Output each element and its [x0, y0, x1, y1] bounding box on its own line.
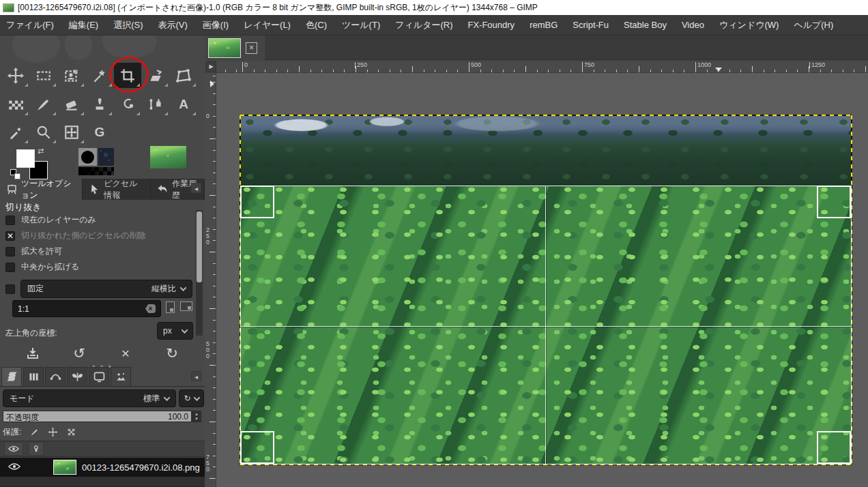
options-scrollbar[interactable] [196, 210, 203, 336]
paintbrush-tool[interactable] [30, 91, 57, 117]
gradient-tool[interactable] [2, 91, 29, 117]
fixed-label: 固定 [27, 283, 44, 295]
layer-visibility-toggle[interactable] [8, 461, 20, 473]
move-tool[interactable] [2, 63, 29, 88]
default-colors-icon-2[interactable] [14, 173, 20, 179]
swap-colors-icon[interactable]: ⇄ [38, 147, 44, 156]
menu-view[interactable]: 表示(V) [158, 19, 188, 31]
image-canvas[interactable] [240, 115, 852, 464]
landscape-orientation-icon[interactable] [180, 301, 192, 311]
delete-tool-preset-button[interactable]: × [111, 343, 140, 364]
menu-file[interactable]: ファイル(F) [6, 19, 54, 31]
lock-pixels-icon[interactable] [29, 427, 40, 437]
crop-handle-top-left[interactable] [240, 186, 274, 218]
crop-handle-bottom-left[interactable] [240, 431, 274, 464]
portrait-orientation-icon[interactable] [166, 301, 175, 313]
option-delete-cropped-pixels[interactable]: ✕ 切り抜かれた側のピクセルの削除 [5, 230, 146, 241]
tab-paths[interactable] [45, 367, 66, 386]
menu-video[interactable]: Video [682, 20, 704, 30]
text-tool[interactable]: A [170, 91, 197, 117]
move-icon [8, 68, 24, 84]
active-gradient-preview[interactable] [78, 167, 114, 175]
gegl-tool[interactable]: G [86, 119, 113, 145]
menu-fx-foundry[interactable]: FX-Foundry [467, 20, 515, 30]
image-tab[interactable]: × [205, 35, 265, 60]
unit-dropdown[interactable]: px [157, 322, 193, 340]
ruler-origin-button[interactable]: ▶ [206, 61, 216, 72]
save-tool-preset-button[interactable] [18, 343, 47, 364]
aspect-ratio-input[interactable]: 1:1 × [12, 300, 161, 317]
checkbox-unchecked[interactable] [5, 247, 15, 256]
perspective-tool[interactable] [170, 63, 197, 88]
fixed-checkbox[interactable] [5, 284, 15, 294]
menu-select[interactable]: 選択(S) [113, 19, 143, 31]
tab-images[interactable] [111, 367, 131, 386]
restore-tool-preset-button[interactable]: ↺ [65, 343, 93, 364]
menu-image[interactable]: 画像(I) [203, 19, 229, 31]
fixed-mode-dropdown[interactable]: 固定 縦横比 [20, 280, 192, 298]
menu-rembg[interactable]: remBG [530, 20, 558, 30]
spin-down-icon[interactable]: ▼ [194, 417, 199, 422]
tab-tool-options[interactable]: ツールオプション [0, 179, 83, 200]
visibility-column-button[interactable] [4, 442, 23, 456]
layer-row[interactable]: 00123-1265479670.i2i.08.png [0, 458, 205, 477]
eraser-tool[interactable] [58, 91, 85, 117]
crop-handle-bottom-right[interactable] [817, 431, 851, 464]
link-column-button[interactable] [29, 442, 44, 456]
lock-position-icon[interactable] [48, 427, 58, 437]
menu-stable-boy[interactable]: Stable Boy [624, 20, 667, 30]
tab-pixel-info[interactable]: ピクセル情報 [83, 179, 151, 200]
option-current-layer-only[interactable]: 現在のレイヤーのみ [5, 214, 96, 226]
crop-selection-rect[interactable] [240, 186, 852, 464]
crop-handle-top-right[interactable] [817, 186, 851, 218]
close-image-icon[interactable]: × [246, 42, 257, 54]
tool-options-title: 切り抜き [5, 201, 42, 213]
vertical-ruler[interactable]: 0 250 500 750 [205, 73, 216, 487]
checkbox-unchecked[interactable] [5, 216, 15, 225]
clear-input-icon[interactable]: × [145, 304, 156, 313]
zoom-tool[interactable] [30, 119, 57, 145]
option-expand-from-center[interactable]: 中央から拡げる [5, 261, 79, 273]
scrollbar-thumb[interactable] [197, 211, 202, 282]
chevron-down-icon [180, 284, 187, 291]
menu-filters[interactable]: フィルター(R) [395, 19, 452, 31]
mode-switch-button[interactable]: ↻ [179, 389, 204, 407]
layer-thumbnail[interactable] [53, 460, 76, 475]
open-image-thumbnail[interactable] [150, 146, 186, 168]
opacity-slider[interactable]: 不透明度 100.0 [3, 411, 192, 422]
menu-colors[interactable]: 色(C) [306, 19, 327, 31]
opacity-spinner[interactable]: ▲ ▼ [192, 411, 201, 422]
menu-tools[interactable]: ツール(T) [342, 19, 380, 31]
checkbox-checked[interactable]: ✕ [5, 231, 15, 241]
reset-tool-options-button[interactable]: ↻ [158, 343, 186, 364]
foreground-color-swatch[interactable] [16, 149, 35, 168]
clone-tool[interactable] [86, 91, 113, 117]
color-picker-tool[interactable] [2, 119, 29, 145]
option-allow-growing[interactable]: 拡大を許可 [5, 246, 62, 257]
tab-channels[interactable] [23, 367, 44, 386]
smudge-tool[interactable] [114, 91, 141, 117]
layer-name[interactable]: 00123-1265479670.i2i.08.png [82, 462, 200, 473]
menu-script-fu[interactable]: Script-Fu [573, 20, 609, 30]
canvas-viewport[interactable] [216, 73, 868, 487]
layers-dock-collapse-button[interactable]: ◂ [191, 371, 201, 381]
active-pattern-preview[interactable] [98, 148, 114, 166]
tab-dashboard[interactable] [89, 367, 109, 386]
menu-help[interactable]: ヘルプ(H) [794, 19, 833, 31]
spin-up-icon[interactable]: ▲ [194, 412, 199, 417]
measure-tool[interactable] [58, 119, 85, 145]
menu-layer[interactable]: レイヤー(L) [244, 19, 291, 31]
active-brush-preview[interactable] [78, 148, 97, 166]
tab-symmetry[interactable] [67, 367, 87, 386]
layer-mode-dropdown[interactable]: モード 標準 [3, 389, 176, 407]
horizontal-ruler[interactable]: 0 250 500 750 1000 1250 [216, 61, 868, 73]
tab-layers[interactable] [1, 367, 22, 386]
free-select-tool[interactable] [58, 63, 85, 88]
menu-edit[interactable]: 編集(E) [69, 19, 98, 31]
rectangle-select-tool[interactable] [30, 63, 57, 88]
menu-windows[interactable]: ウィンドウ(W) [719, 19, 779, 31]
dock-collapse-button[interactable]: ◂ [191, 183, 201, 193]
checkbox-unchecked[interactable] [5, 263, 15, 272]
paths-tool[interactable] [142, 91, 169, 117]
lock-alpha-icon[interactable] [66, 427, 76, 437]
